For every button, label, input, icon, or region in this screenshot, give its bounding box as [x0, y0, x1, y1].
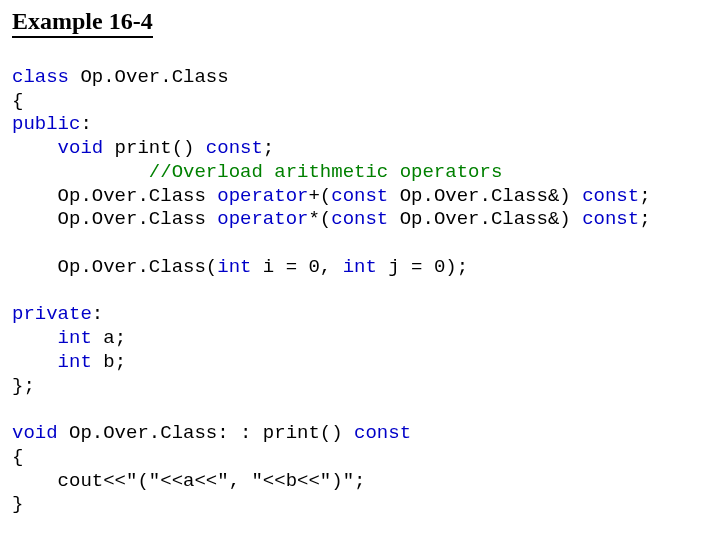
txt: ;	[263, 137, 274, 159]
kw-void: void	[12, 137, 103, 159]
kw-void: void	[12, 422, 58, 444]
example-title: Example 16-4	[12, 8, 153, 38]
brace-close: }	[12, 493, 23, 515]
kw-int: int	[343, 256, 377, 278]
txt: a;	[92, 327, 126, 349]
txt: j = 0);	[377, 256, 468, 278]
kw-const: const	[331, 185, 388, 207]
kw-const: const	[354, 422, 411, 444]
txt: :	[80, 113, 91, 135]
kw-operator: operator	[217, 208, 308, 230]
txt: :	[92, 303, 103, 325]
kw-const: const	[582, 208, 639, 230]
txt: cout<<"("<<a<<", "<<b<<")";	[12, 470, 365, 492]
kw-const: const	[582, 185, 639, 207]
kw-int: int	[12, 327, 92, 349]
code-block: class Op.Over.Class { public: void print…	[12, 42, 708, 517]
txt: Op.Over.Class&)	[388, 185, 582, 207]
kw-int: int	[217, 256, 251, 278]
comment: //Overload arithmetic operators	[12, 161, 502, 183]
txt: b;	[92, 351, 126, 373]
kw-int: int	[12, 351, 92, 373]
txt: Op.Over.Class(	[12, 256, 217, 278]
kw-operator: operator	[217, 185, 308, 207]
kw-const: const	[331, 208, 388, 230]
txt: print()	[103, 137, 206, 159]
txt: Op.Over.Class&)	[388, 208, 582, 230]
brace-open: {	[12, 446, 23, 468]
txt: ;	[639, 208, 650, 230]
kw-const: const	[206, 137, 263, 159]
txt: ;	[639, 185, 650, 207]
kw-public: public	[12, 113, 80, 135]
txt: i = 0,	[251, 256, 342, 278]
txt: +(	[308, 185, 331, 207]
brace-close: };	[12, 375, 35, 397]
txt: Op.Over.Class	[12, 208, 217, 230]
kw-private: private	[12, 303, 92, 325]
kw-class: class	[12, 66, 69, 88]
txt: Op.Over.Class: : print()	[58, 422, 354, 444]
brace-open: {	[12, 90, 23, 112]
txt: *(	[308, 208, 331, 230]
txt: Op.Over.Class	[12, 185, 217, 207]
txt: Op.Over.Class	[69, 66, 229, 88]
